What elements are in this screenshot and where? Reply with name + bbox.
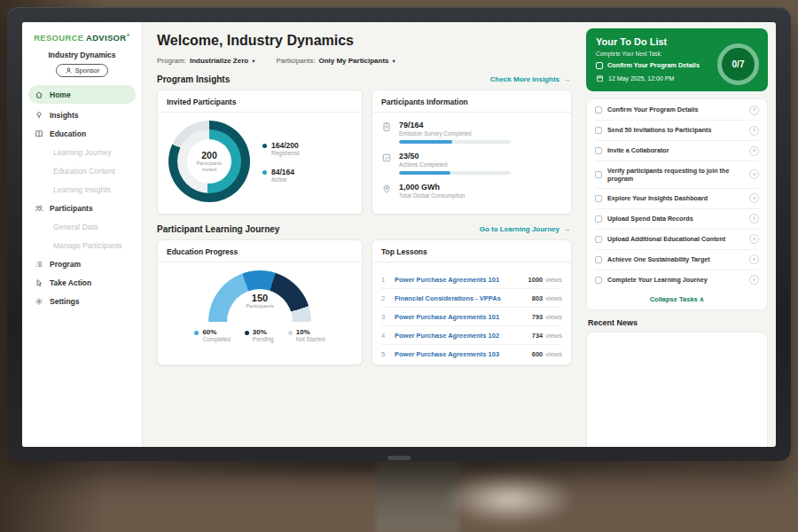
- lesson-rank: 3: [381, 313, 388, 321]
- section-title: Program Insights: [157, 74, 230, 84]
- lesson-row: 2 Financial Considerations - VPPAs 803vi…: [381, 289, 562, 308]
- lesson-link[interactable]: Power Purchase Agreements 101: [395, 276, 522, 284]
- chevron-right-icon[interactable]: ›: [749, 169, 759, 179]
- todo-next-task-label: Confirm Your Program Details: [607, 61, 700, 69]
- legend-label: Registered: [271, 150, 299, 156]
- checkbox[interactable]: [595, 195, 602, 202]
- task-row: Send 50 Invitations to Participants ›: [595, 121, 759, 141]
- sidebar-item-label: Participants: [50, 204, 93, 213]
- lesson-link[interactable]: Power Purchase Agreements 101: [395, 313, 526, 321]
- chevron-right-icon[interactable]: ›: [749, 146, 759, 156]
- gear-icon: [35, 297, 43, 306]
- main-content: Welcome, Industry Dynamics Program: Indu…: [143, 22, 583, 447]
- legend-label: Completed: [202, 336, 230, 342]
- program-label: Program:: [157, 57, 186, 65]
- invited-donut-wrap: 200 Participants Invited 164/200 Registe…: [167, 121, 353, 202]
- recent-news-title: Recent News: [588, 318, 766, 327]
- legend-item-completed: 60% Completed: [194, 328, 230, 342]
- chevron-right-icon[interactable]: ›: [749, 234, 759, 244]
- chevron-down-icon: ▾: [393, 58, 395, 65]
- todo-panel: Your To Do List Complete Your Next Task:…: [583, 22, 776, 447]
- sidebar-item-learning-insights[interactable]: Learning Insights: [22, 180, 142, 199]
- arrow-right-icon: →: [563, 225, 570, 233]
- sidebar-item-settings[interactable]: Settings: [22, 292, 142, 310]
- task-label: Verify participants requesting to join t…: [607, 167, 744, 184]
- donut-center-text: 200 Participants Invited: [168, 121, 250, 202]
- legend-value: 30%: [253, 328, 274, 336]
- chevron-down-icon: ▾: [252, 58, 254, 65]
- checkbox[interactable]: [595, 256, 602, 263]
- stat-label: Emission Survey Completed: [399, 130, 511, 137]
- stat-value: 1,000 GWh: [399, 183, 465, 192]
- lesson-rank: 2: [381, 294, 388, 302]
- sidebar-item-general-data[interactable]: General Data: [22, 217, 142, 236]
- checkbox[interactable]: [595, 277, 602, 284]
- stat-emission-survey: 79/164 Emission Survey Completed: [381, 121, 562, 144]
- legend-dot: [245, 331, 249, 335]
- lesson-link[interactable]: Power Purchase Agreements 102: [395, 332, 526, 340]
- sidebar-item-take-action[interactable]: Take Action: [22, 273, 142, 292]
- check-more-insights-link[interactable]: Check More Insights →: [490, 75, 570, 83]
- sidebar-item-label: Program: [50, 260, 81, 269]
- sidebar-item-program[interactable]: Program: [22, 254, 142, 273]
- sidebar-item-education-content[interactable]: Education Content: [22, 161, 142, 180]
- chevron-right-icon[interactable]: ›: [749, 254, 759, 264]
- task-row: Upload Spend Data Records ›: [595, 209, 759, 230]
- collapse-tasks-link[interactable]: Collapse Tasks ∧: [595, 290, 759, 309]
- learning-journey-header: Participant Learning Journey Go to Learn…: [157, 224, 570, 234]
- sidebar-item-learning-journey[interactable]: Learning Journey: [22, 143, 142, 161]
- task-row: Explore Your Insights Dashboard ›: [595, 189, 759, 209]
- legend-dot: [194, 331, 199, 335]
- sidebar-item-participants[interactable]: Participants: [22, 199, 142, 217]
- stat-label: Total Global Consumption: [399, 192, 465, 199]
- checkbox[interactable]: [595, 127, 602, 134]
- lesson-link[interactable]: Power Purchase Agreements 103: [395, 350, 526, 358]
- checkbox[interactable]: [595, 215, 602, 223]
- sidebar-item-label: Home: [50, 90, 71, 99]
- chevron-right-icon[interactable]: ›: [749, 126, 759, 136]
- sidebar-item-label: Settings: [50, 297, 80, 306]
- location-pin-icon: [381, 184, 392, 194]
- checkbox[interactable]: [595, 236, 602, 243]
- sidebar-item-home[interactable]: Home: [28, 85, 136, 104]
- go-to-learning-journey-link[interactable]: Go to Learning Journey →: [480, 225, 570, 233]
- chevron-right-icon[interactable]: ›: [749, 193, 759, 203]
- learning-cards-row: Education Progress 150 Participants: [157, 239, 572, 365]
- chevron-right-icon[interactable]: ›: [749, 275, 759, 285]
- donut-center-value: 200: [201, 150, 217, 160]
- sidebar-item-manage-participants[interactable]: Manage Participants: [22, 236, 142, 254]
- org-name: Industry Dynamics: [22, 51, 142, 59]
- education-progress-card: Education Progress 150 Participants: [157, 239, 363, 365]
- task-label: Confirm Your Program Details: [607, 106, 744, 113]
- stat-label: Actions Completed: [399, 161, 511, 168]
- sidebar-item-education[interactable]: Education: [22, 124, 142, 143]
- education-gauge-chart: 150 Participants: [208, 270, 311, 322]
- chevron-right-icon[interactable]: ›: [749, 214, 759, 223]
- top-lessons-card: Top Lessons 1 Power Purchase Agreements …: [372, 239, 572, 365]
- lightbulb-icon: [35, 111, 43, 120]
- sidebar-item-label: Education: [50, 129, 86, 138]
- task-label: Upload Spend Data Records: [607, 215, 744, 223]
- lesson-link[interactable]: Financial Considerations - VPPAs: [395, 294, 526, 302]
- gauge-center-label: Participants: [208, 303, 311, 309]
- checkbox[interactable]: [595, 171, 602, 178]
- checkbox[interactable]: [596, 62, 603, 69]
- lesson-rank: 4: [381, 332, 388, 340]
- sidebar-item-label: Learning Insights: [53, 185, 111, 194]
- list-icon: [35, 260, 43, 269]
- card-title: Participants Information: [372, 90, 571, 113]
- section-title: Participant Learning Journey: [157, 224, 279, 234]
- chevron-right-icon[interactable]: ›: [749, 106, 759, 115]
- sidebar-item-label: Take Action: [50, 278, 91, 287]
- legend-dot: [262, 170, 267, 175]
- checkbox[interactable]: [595, 147, 602, 154]
- program-dropdown[interactable]: Program: Industrialize Zero ▾: [157, 57, 254, 65]
- checkbox[interactable]: [595, 106, 602, 113]
- sidebar-item-insights[interactable]: Insights: [22, 106, 142, 124]
- task-row: Verify participants requesting to join t…: [595, 161, 759, 189]
- legend-item-not-started: 10% Not Started: [288, 328, 325, 342]
- monitor-bezel: RESOURCE ADVISOR+ Industry Dynamics Spon…: [7, 7, 791, 461]
- participants-dropdown[interactable]: Participants: Only My Participants ▾: [276, 57, 395, 65]
- task-label: Achieve One Sustainability Target: [607, 255, 744, 263]
- sidebar-item-label: Insights: [50, 111, 79, 120]
